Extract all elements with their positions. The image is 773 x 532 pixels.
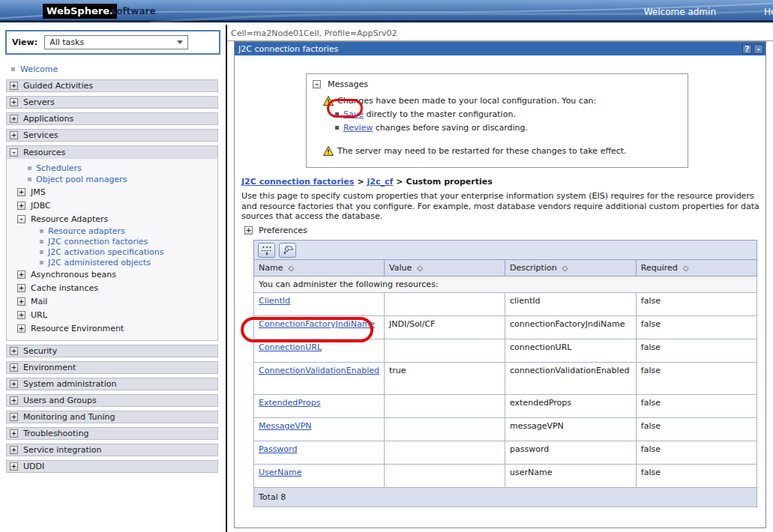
websphere-admin-console: WebSphere. software Welcome admin He Vie… (0, 0, 773, 532)
sidebar-section-servers[interactable]: + Servers (6, 96, 218, 109)
expand-icon[interactable]: + (17, 324, 25, 333)
sidebar-node-asynchronous-beans[interactable]: + Asynchronous beans (17, 267, 217, 281)
sort-icon[interactable]: ◇ (288, 264, 294, 272)
sidebar-item-welcome[interactable]: Welcome (6, 63, 218, 76)
property-link-connectionfactoryjndiname[interactable]: ConnectionFactoryJndiName (259, 319, 375, 329)
context-breadcrumb: Cell=ma2Node01Cell, Profile=AppSrv02 (227, 25, 773, 41)
expand-icon[interactable]: + (10, 446, 18, 454)
expand-icon[interactable]: + (10, 429, 18, 438)
sidebar-item-schedulers[interactable]: Schedulers (28, 163, 217, 174)
sort-icon[interactable]: ◇ (562, 264, 568, 272)
breadcrumb-link-j2c-connection-factories[interactable]: J2C connection factories (241, 177, 354, 187)
collapse-icon[interactable]: - (10, 148, 18, 157)
websphere-logo: WebSphere. (43, 4, 117, 19)
sidebar-item-j2c-activation-specifications[interactable]: J2C activation specifications (40, 247, 217, 257)
sidebar-node-mail[interactable]: + Mail (17, 294, 217, 308)
expand-icon[interactable]: + (10, 115, 18, 123)
table-toolbar (253, 240, 757, 259)
expand-icon[interactable]: + (10, 413, 18, 421)
column-header-description[interactable]: Description◇ (505, 260, 637, 276)
property-description: connectionValidationEnabled (505, 363, 637, 395)
sort-icon[interactable]: ◇ (417, 264, 423, 272)
property-link-password[interactable]: Password (259, 444, 297, 454)
custom-properties-table: Name◇ Value◇ Description◇ Required◇ You … (253, 240, 757, 507)
expand-icon[interactable]: + (10, 98, 18, 106)
collapse-icon[interactable]: - (17, 215, 25, 223)
property-link-clientid[interactable]: ClientId (259, 296, 290, 306)
clear-filter-button[interactable] (279, 243, 296, 258)
portlet-title: J2C connection factories (238, 44, 741, 54)
property-description: extendedProps (505, 395, 637, 418)
sort-icon[interactable]: ◇ (683, 264, 689, 272)
sidebar-item-object-pool-managers[interactable]: Object pool managers (28, 174, 217, 185)
column-header-required[interactable]: Required◇ (636, 260, 757, 276)
expand-icon[interactable]: + (17, 202, 25, 210)
clear-filter-icon (282, 245, 294, 256)
sidebar-item-j2c-administered-objects[interactable]: J2C administered objects (40, 257, 217, 267)
sidebar-section-guided-activities[interactable]: + Guided Activities (6, 79, 218, 92)
expand-icon[interactable]: + (10, 396, 18, 405)
minimize-icon[interactable]: - (754, 44, 763, 54)
show-filter-button[interactable] (258, 243, 275, 258)
expand-icon[interactable]: + (10, 363, 18, 372)
sidebar-section-service-integration[interactable]: + Service integration (6, 444, 218, 456)
sidebar-section-security[interactable]: + Security (6, 345, 218, 357)
expand-icon[interactable]: + (17, 188, 25, 196)
bullet-icon (335, 112, 339, 116)
sidebar-section-resources-expanded: - Resources Schedulers Object pool manag… (6, 145, 218, 341)
sidebar-section-uddi[interactable]: + UDDI (6, 460, 218, 473)
sidebar-node-resource-environment[interactable]: + Resource Environment (17, 321, 217, 335)
preferences-toggle[interactable]: + Preferences (244, 226, 307, 235)
table-row: ClientId clientId false (254, 293, 757, 316)
breadcrumb-link-j2c-cf[interactable]: j2c_cf (367, 177, 394, 187)
expand-icon[interactable]: + (10, 462, 18, 471)
expand-icon[interactable]: + (17, 270, 25, 279)
sidebar-node-jdbc[interactable]: + JDBC (17, 199, 217, 212)
sidebar-section-troubleshooting[interactable]: + Troubleshooting (6, 427, 218, 440)
property-value: true (385, 363, 505, 395)
breadcrumb-current: Custom properties (406, 177, 493, 187)
property-link-connectionvalidationenabled[interactable]: ConnectionValidationEnabled (259, 366, 379, 375)
chevron-down-icon (177, 40, 183, 44)
sidebar-item-j2c-connection-factories[interactable]: J2C connection factories (40, 236, 217, 247)
table-row: ConnectionValidationEnabled true connect… (254, 363, 757, 395)
expand-icon[interactable]: + (17, 284, 25, 292)
sidebar-section-users-and-groups[interactable]: + Users and Groups (6, 394, 218, 407)
property-link-connectionurl[interactable]: ConnectionURL (259, 342, 322, 352)
help-link[interactable]: He (764, 7, 773, 17)
sidebar-section-applications[interactable]: + Applications (6, 112, 218, 125)
property-value (385, 418, 505, 441)
table-caption-row: You can administer the following resourc… (254, 276, 757, 293)
collapse-icon[interactable]: - (313, 80, 321, 88)
sidebar-node-resource-adapters[interactable]: - Resource Adapters (17, 212, 217, 226)
sidebar-item-resource-adapters[interactable]: Resource adapters (40, 226, 217, 236)
column-header-name[interactable]: Name◇ (254, 260, 385, 276)
expand-icon[interactable]: + (10, 82, 18, 90)
sidebar-section-services[interactable]: + Services (6, 129, 218, 142)
expand-icon[interactable]: + (17, 297, 25, 306)
properties-table: Name◇ Value◇ Description◇ Required◇ You … (253, 259, 757, 507)
review-link[interactable]: Review (343, 123, 373, 133)
sidebar-node-url[interactable]: + URL (17, 308, 217, 321)
sidebar-section-monitoring-and-tuning[interactable]: + Monitoring and Tuning (6, 411, 218, 423)
expand-icon[interactable]: + (10, 131, 18, 139)
total-label: Total 8 (254, 488, 757, 507)
sidebar-node-cache-instances[interactable]: + Cache instances (17, 281, 217, 294)
sidebar-section-resources[interactable]: - Resources (7, 146, 217, 159)
view-select[interactable]: All tasks (44, 35, 188, 49)
property-link-extendedprops[interactable]: ExtendedProps (259, 398, 320, 408)
sidebar-node-jms[interactable]: + JMS (17, 185, 217, 199)
help-icon[interactable]: ? (742, 44, 752, 54)
expand-icon[interactable]: + (244, 226, 253, 235)
sidebar-section-environment[interactable]: + Environment (6, 361, 218, 374)
sidebar-divider (226, 25, 227, 532)
column-header-value[interactable]: Value◇ (385, 260, 505, 276)
sidebar-section-system-administration[interactable]: + System administration (6, 378, 218, 390)
expand-icon[interactable]: + (10, 347, 18, 355)
property-link-messagevpn[interactable]: MessageVPN (259, 421, 312, 431)
property-link-username[interactable]: UserName (259, 468, 302, 477)
expand-icon[interactable]: + (17, 311, 25, 319)
view-label: View: (12, 37, 37, 47)
expand-icon[interactable]: + (10, 380, 18, 388)
save-link[interactable]: Save (343, 109, 364, 119)
